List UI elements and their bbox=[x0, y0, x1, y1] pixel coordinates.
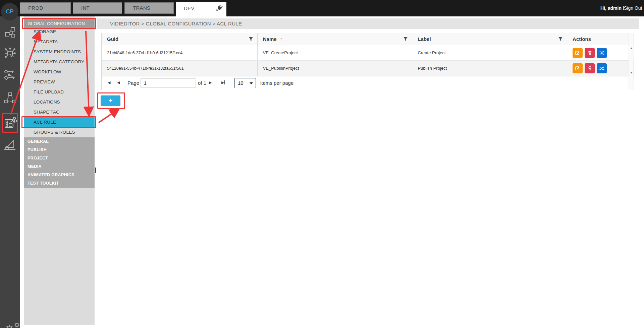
settings-gear-small-icon: ⚙ bbox=[14, 322, 20, 328]
table-scrollbar[interactable]: ▲ ▼ bbox=[629, 33, 633, 89]
delete-button[interactable] bbox=[585, 48, 595, 58]
menu-item-metadata-category[interactable]: METADATA CATEGORY bbox=[24, 57, 95, 67]
menu-item-locations[interactable]: LOCATIONS bbox=[24, 97, 95, 107]
filter-icon[interactable] bbox=[403, 37, 408, 43]
settings-gears-icon[interactable]: ⚙ bbox=[4, 324, 15, 328]
cell-actions bbox=[567, 61, 634, 76]
column-header-label[interactable]: Label bbox=[412, 33, 567, 45]
design-tools-icon[interactable] bbox=[3, 138, 17, 151]
first-page-button[interactable]: ◀ bbox=[107, 80, 110, 85]
tab-int[interactable]: INT bbox=[73, 2, 122, 14]
video-editor-icon[interactable] bbox=[4, 116, 17, 129]
cell-label: Publish Project bbox=[412, 61, 567, 76]
app-window: PROD INT TRANS DEV Hi, admin ! Sign Out … bbox=[0, 0, 644, 328]
sort-ascending-icon: ↑ bbox=[280, 36, 283, 42]
menu-secondary-group: GENERAL PUBLISH PROJECT MEDIA ANIMATED G… bbox=[24, 137, 95, 188]
cell-guid: 21cbf848-1dc6-37cf-d1b0-6d21215f1cc4 bbox=[102, 45, 257, 60]
asset-cycle-icon[interactable] bbox=[3, 91, 17, 105]
page-size-value: 10 bbox=[238, 80, 244, 86]
column-header-actions: Actions bbox=[567, 33, 634, 45]
menu-item-storage[interactable]: STORAGE bbox=[24, 27, 95, 37]
menu-item-groups-roles[interactable]: GROUPS & ROLES bbox=[24, 127, 95, 137]
cell-guid: 54120e91-554b-471b-fe31-132fa651f561 bbox=[102, 61, 257, 76]
scroll-down-icon[interactable]: ▼ bbox=[629, 71, 634, 75]
scroll-up-icon[interactable]: ▲ bbox=[629, 46, 634, 51]
menu-item-project[interactable]: PROJECT bbox=[24, 154, 95, 162]
icon-rail: ⚙ ⚙ ⚙ bbox=[0, 16, 20, 328]
table-row: 54120e91-554b-471b-fe31-132fa651f561 VE_… bbox=[102, 61, 634, 76]
table-header-row: Guid Name ↑ Label Actions bbox=[102, 33, 634, 45]
sign-out-link[interactable]: Sign Out bbox=[624, 5, 642, 11]
menu-item-preview[interactable]: PREVIEW bbox=[24, 77, 95, 87]
avatar[interactable]: CP bbox=[1, 3, 18, 20]
acl-rules-table: Guid Name ↑ Label Actions bbox=[101, 33, 634, 90]
page-number-input[interactable] bbox=[140, 78, 196, 88]
menu-item-publish[interactable]: PUBLISH bbox=[24, 146, 95, 154]
menu-item-system-endpoints[interactable]: SYSTEM ENDPOINTS bbox=[24, 47, 95, 57]
tab-prod[interactable]: PROD bbox=[20, 2, 71, 14]
text-cursor-artifact bbox=[95, 168, 96, 173]
table-row: 21cbf848-1dc6-37cf-d1b0-6d21215f1cc4 VE_… bbox=[102, 45, 634, 61]
top-bar: PROD INT TRANS DEV Hi, admin ! Sign Out bbox=[0, 0, 644, 16]
breadcrumb: VIDIEDITOR > GLOBAL CONFIGURATION > ACL … bbox=[97, 18, 639, 29]
edit-button[interactable] bbox=[573, 48, 583, 58]
user-greeting: Hi, admin ! bbox=[600, 5, 625, 11]
items-per-page-label: items per page bbox=[260, 80, 293, 86]
previous-page-button[interactable]: ◀ bbox=[117, 80, 120, 85]
cell-label: Create Project bbox=[412, 45, 567, 60]
menu-item-media[interactable]: MEDIA bbox=[24, 162, 95, 171]
menu-item-file-upload[interactable]: FILE UPLOAD bbox=[24, 87, 95, 97]
next-page-button[interactable]: ▶ bbox=[209, 80, 212, 85]
column-header-name[interactable]: Name ↑ bbox=[257, 33, 412, 45]
side-menu: GLOBAL CONFIGURATION STORAGE METADATA SY… bbox=[24, 16, 95, 325]
add-acl-rule-button[interactable]: + bbox=[101, 95, 120, 106]
filter-icon[interactable] bbox=[249, 37, 253, 43]
tab-trans[interactable]: TRANS bbox=[124, 2, 174, 14]
cell-actions bbox=[567, 45, 634, 60]
menu-item-acl-rule[interactable]: ACL RULE bbox=[24, 117, 95, 127]
shuffle-button[interactable] bbox=[597, 48, 607, 58]
media-assets-icon[interactable] bbox=[3, 25, 17, 39]
edit-button[interactable] bbox=[573, 63, 583, 73]
chevron-down-icon bbox=[250, 82, 253, 84]
menu-item-shape-tag[interactable]: SHAPE TAG bbox=[24, 107, 95, 117]
shuffle-button[interactable] bbox=[597, 63, 607, 73]
cell-name: VE_PublishProject bbox=[257, 61, 412, 76]
annotation-arrow-to-add-button bbox=[99, 110, 117, 123]
delete-button[interactable] bbox=[585, 63, 595, 73]
menu-item-general[interactable]: GENERAL bbox=[24, 137, 95, 146]
filter-icon[interactable] bbox=[558, 37, 563, 43]
menu-item-test-toolkit[interactable]: TEST TOOLKIT bbox=[24, 179, 95, 188]
last-page-button[interactable]: ▶ bbox=[221, 80, 225, 85]
page-count-label: of 1 bbox=[198, 80, 206, 86]
automation-icon[interactable] bbox=[3, 47, 17, 60]
pagination-bar: ◀ ◀ Page of 1 ▶ ▶ 10 items per page bbox=[102, 76, 634, 90]
menu-item-animated-graphics[interactable]: ANIMATED GRAPHICS bbox=[24, 171, 95, 179]
page-label: Page bbox=[127, 80, 139, 86]
menu-item-metadata[interactable]: METADATA bbox=[24, 37, 95, 47]
workflow-icon[interactable] bbox=[3, 68, 17, 82]
column-header-guid[interactable]: Guid bbox=[102, 33, 257, 45]
cell-name: VE_CreateProject bbox=[257, 45, 412, 60]
page-size-select[interactable]: 10 bbox=[234, 78, 256, 88]
menu-item-workflow[interactable]: WORKFLOW bbox=[24, 67, 95, 77]
